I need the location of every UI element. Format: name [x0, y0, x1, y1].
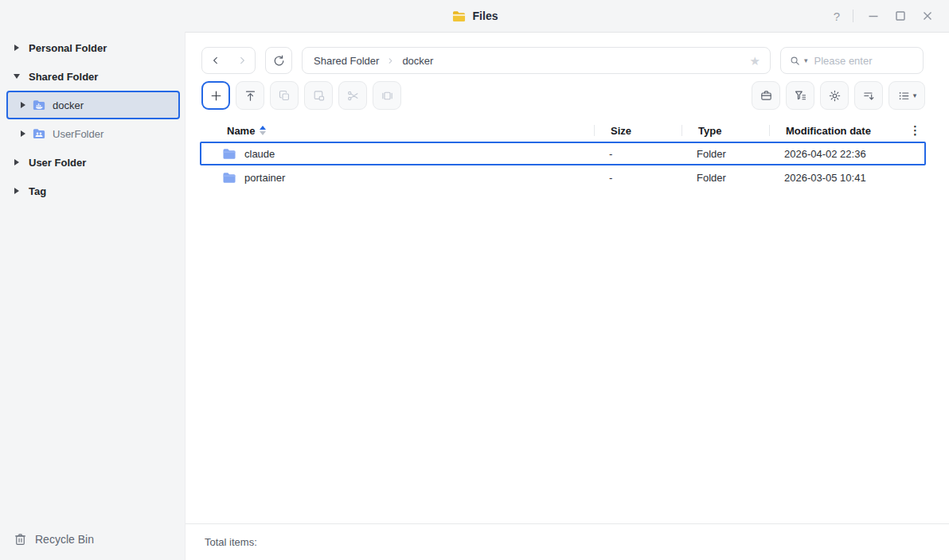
- status-bar: Total items:: [186, 523, 949, 560]
- folder-icon: [221, 146, 238, 161]
- refresh-button[interactable]: [265, 47, 292, 74]
- recycle-bin-label: Recycle Bin: [35, 533, 94, 546]
- task-manager-button[interactable]: [752, 81, 780, 110]
- breadcrumb: Shared Folder docker ★: [302, 47, 771, 74]
- column-options-icon[interactable]: ⋮: [909, 123, 921, 138]
- window-title-text: Files: [473, 10, 498, 22]
- filter-icon: [794, 89, 807, 103]
- help-icon[interactable]: ?: [834, 10, 840, 23]
- trash-icon: [13, 532, 28, 547]
- table-header: Name Size Type Modification date ⋮: [200, 119, 926, 142]
- sidebar-item-label: Shared Folder: [29, 71, 98, 83]
- settings-button[interactable]: [820, 81, 849, 110]
- briefcase-icon: [760, 89, 773, 103]
- chevron-right-icon[interactable]: [13, 159, 21, 165]
- column-header-type[interactable]: Type: [681, 119, 769, 142]
- gear-icon: [828, 89, 842, 103]
- sidebar-item-docker[interactable]: docker: [6, 91, 180, 119]
- forward-button[interactable]: [228, 48, 255, 73]
- docker-folder-icon: [32, 98, 46, 112]
- files-app-icon: [451, 9, 467, 24]
- paste-button[interactable]: [304, 81, 333, 110]
- view-mode-caret-icon: ▾: [913, 91, 917, 99]
- view-action-buttons: ▾: [752, 81, 925, 110]
- history-nav: [201, 47, 256, 74]
- breadcrumb-current[interactable]: docker: [402, 55, 433, 67]
- search-box: ▾: [780, 47, 924, 74]
- search-input[interactable]: [814, 55, 915, 67]
- chevron-right-icon[interactable]: [13, 45, 21, 51]
- file-list-empty-area: [186, 189, 949, 523]
- total-items-label: Total items:: [205, 536, 257, 548]
- sidebar-item-label: docker: [53, 99, 84, 111]
- column-header-name[interactable]: Name: [200, 119, 594, 142]
- file-size: -: [592, 148, 680, 160]
- plus-icon: [209, 89, 223, 103]
- titlebar: Files ?: [0, 0, 949, 32]
- search-scope-caret-icon[interactable]: ▾: [804, 56, 808, 64]
- sidebar-item-userfolder[interactable]: UserFolder: [0, 119, 185, 148]
- search-icon: [789, 55, 801, 67]
- file-modified: 2026-03-05 10:41: [767, 172, 924, 184]
- file-action-buttons: [201, 81, 401, 110]
- sort-button[interactable]: [854, 81, 883, 110]
- file-name: claude: [244, 148, 275, 160]
- chevron-down-icon[interactable]: [13, 74, 21, 79]
- column-header-size[interactable]: Size: [594, 119, 681, 142]
- view-mode-button[interactable]: ▾: [888, 81, 925, 110]
- list-view-icon: [897, 89, 911, 103]
- copy-icon: [278, 89, 291, 103]
- files-app-window: Files ? Personal Folder: [0, 0, 949, 560]
- filter-button[interactable]: [786, 81, 814, 110]
- copy-button[interactable]: [270, 81, 299, 110]
- user-folder-icon: [32, 126, 46, 141]
- controls-divider: [853, 10, 853, 22]
- chevron-right-icon[interactable]: [19, 130, 27, 137]
- maximize-icon[interactable]: [893, 9, 908, 23]
- sort-indicator-icon: [260, 126, 266, 135]
- sidebar: Personal Folder Shared Folder: [0, 32, 185, 560]
- sidebar-item-personal-folder[interactable]: Personal Folder: [0, 33, 185, 62]
- file-table: Name Size Type Modification date ⋮: [186, 119, 949, 523]
- upload-icon: [244, 89, 257, 103]
- window-controls: ?: [834, 9, 949, 23]
- sidebar-item-tag[interactable]: Tag: [0, 177, 185, 205]
- sidebar-item-label: Personal Folder: [29, 42, 107, 54]
- sidebar-item-user-folder[interactable]: User Folder: [0, 148, 185, 177]
- paste-icon: [312, 89, 326, 103]
- table-row[interactable]: claude - Folder 2026-04-02 22:36: [200, 142, 926, 165]
- folder-tree: Personal Folder Shared Folder: [0, 32, 185, 205]
- sidebar-item-recycle-bin[interactable]: Recycle Bin: [0, 519, 185, 560]
- table-row[interactable]: portainer - Folder 2026-03-05 10:41: [200, 165, 926, 189]
- file-type: Folder: [680, 148, 767, 160]
- sidebar-item-shared-folder[interactable]: Shared Folder: [0, 62, 185, 91]
- action-toolbar: ▾: [186, 74, 949, 110]
- back-button[interactable]: [202, 48, 228, 73]
- folder-icon: [221, 170, 238, 185]
- file-modified: 2026-04-02 22:36: [767, 148, 924, 160]
- chevron-right-icon[interactable]: [13, 188, 21, 194]
- sidebar-item-label: User Folder: [29, 157, 86, 169]
- new-item-button[interactable]: [201, 81, 230, 110]
- duplicate-button[interactable]: [373, 81, 401, 110]
- content-pane: Shared Folder docker ★ ▾: [185, 32, 949, 560]
- minimize-icon[interactable]: [866, 9, 881, 23]
- scissors-icon: [346, 89, 360, 103]
- duplicate-icon: [381, 89, 394, 103]
- favorite-star-icon[interactable]: ★: [750, 55, 760, 67]
- close-icon[interactable]: [920, 9, 935, 23]
- chevron-right-icon[interactable]: [19, 102, 27, 108]
- navigation-toolbar: Shared Folder docker ★ ▾: [186, 33, 949, 74]
- column-header-modified[interactable]: Modification date: [769, 119, 926, 142]
- window-title: Files: [0, 0, 949, 32]
- sidebar-item-label: UserFolder: [53, 128, 103, 140]
- sort-icon: [862, 89, 876, 103]
- sidebar-item-label: Tag: [29, 185, 46, 197]
- file-size: -: [592, 172, 680, 184]
- cut-button[interactable]: [338, 81, 367, 110]
- breadcrumb-root[interactable]: Shared Folder: [314, 55, 379, 67]
- breadcrumb-separator-icon: [386, 56, 395, 65]
- upload-button[interactable]: [236, 81, 264, 110]
- file-name: portainer: [244, 172, 285, 184]
- file-type: Folder: [680, 172, 767, 184]
